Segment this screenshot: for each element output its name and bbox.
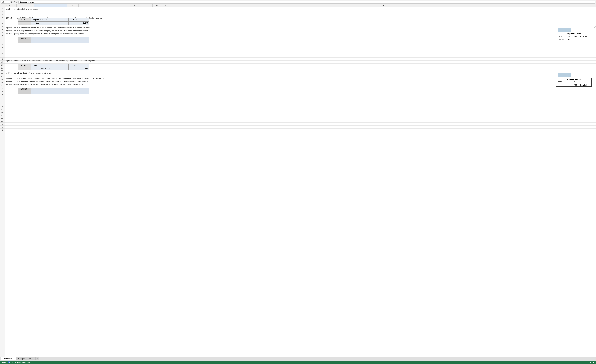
t-account-1-adj-amount: ??? bbox=[574, 36, 577, 37]
adj1-date2[interactable] bbox=[18, 40, 31, 43]
col-header-e[interactable]: E bbox=[34, 4, 67, 7]
col-header-a[interactable]: A bbox=[5, 4, 8, 7]
scenario2-adj-table: 12/31/20X1 bbox=[18, 87, 89, 94]
adj2-date[interactable]: 12/31/20X1 bbox=[18, 87, 31, 91]
adj1-account1[interactable] bbox=[31, 37, 69, 40]
journal1-credit-col1[interactable] bbox=[79, 18, 89, 22]
row-31: 31 bbox=[0, 96, 5, 99]
col-header-n[interactable]: N bbox=[161, 4, 170, 7]
journal2-credit-col[interactable] bbox=[79, 64, 89, 67]
journal1-credit-amount[interactable]: 1,200 bbox=[79, 22, 89, 25]
journal2-credit-blank[interactable] bbox=[69, 67, 79, 70]
confirm-icon[interactable]: ✓ bbox=[13, 1, 15, 3]
col-header-b[interactable]: B bbox=[8, 4, 12, 7]
col-header-i[interactable]: I bbox=[102, 4, 114, 7]
cancel-icon[interactable]: ✕ bbox=[11, 1, 13, 3]
scenario2-qc: c) What adjusting entry would be require… bbox=[6, 84, 593, 87]
journal2-date[interactable]: 12/1/20X1 bbox=[18, 64, 31, 67]
adj2-account1[interactable] bbox=[31, 87, 69, 91]
row-25: 25 bbox=[0, 78, 5, 81]
adj2-account2[interactable] bbox=[31, 91, 69, 94]
tab-introduction[interactable]: I. Introduction bbox=[0, 357, 16, 360]
cell-reference[interactable]: J31 bbox=[1, 0, 10, 4]
tab-adjusting-entries[interactable]: II. Adjusting Entries bbox=[16, 357, 36, 360]
journal1-debit-amount[interactable]: 1,200 bbox=[68, 18, 79, 22]
main-content[interactable]: Analyze each of the following scenarios.… bbox=[5, 7, 596, 357]
row-1: 1 bbox=[0, 7, 5, 10]
journal1-credit-blank[interactable] bbox=[68, 22, 79, 25]
row-14: 14 bbox=[0, 46, 5, 49]
col-header-g[interactable]: G bbox=[79, 4, 90, 7]
row-42: 42 bbox=[0, 129, 5, 131]
adj1-debit1[interactable] bbox=[69, 37, 79, 40]
journal1-date[interactable]: 11/1/20X1 bbox=[18, 18, 31, 22]
t-account-1-left: 1-Nov 1,200 End. Bal. ??? bbox=[556, 35, 572, 41]
row-36: 36 bbox=[0, 111, 5, 114]
spreadsheet-container: 1 2 3 4 5 6 7 8 9 10 11 12 13 14 15 16 1… bbox=[0, 7, 596, 357]
answer-box-2[interactable] bbox=[558, 73, 592, 77]
row-16: 16 bbox=[0, 52, 5, 55]
journal2-empty-date[interactable] bbox=[18, 67, 31, 70]
t-account-1-left-row1: 1-Nov 1,200 bbox=[558, 36, 570, 37]
col-header-m[interactable]: M bbox=[153, 4, 161, 7]
row-32: 32 bbox=[0, 99, 5, 102]
row-22: 22 bbox=[0, 69, 5, 72]
t-account-1-endbal-label: End. Bal. bbox=[558, 39, 565, 40]
journal1-empty-date[interactable] bbox=[18, 22, 31, 25]
col-header-c[interactable]: C bbox=[12, 4, 16, 7]
row-15: 15 bbox=[0, 49, 5, 52]
formula-input[interactable]: Unearned revenue bbox=[18, 0, 595, 4]
row-26: 26 bbox=[0, 81, 5, 84]
row-21: 21 bbox=[0, 66, 5, 69]
adj2-credit1[interactable] bbox=[79, 87, 89, 91]
adj1-account2[interactable] bbox=[31, 40, 69, 43]
col-header-j[interactable]: J bbox=[114, 4, 129, 7]
t-account-2-balance-row: ??? End. Bal. bbox=[574, 83, 587, 86]
journal2-debit-amount[interactable]: 3,000 bbox=[69, 64, 79, 67]
col-header-h[interactable]: H bbox=[90, 4, 102, 7]
col-header-d[interactable]: D bbox=[16, 4, 34, 7]
col-header-f[interactable]: F bbox=[67, 4, 79, 7]
scenario1-qb: b) What amount of prepaid insurance shou… bbox=[6, 30, 593, 33]
t-account-1-right: ??? 12/31 Adj. Ent. bbox=[572, 35, 589, 41]
adj2-debit1[interactable] bbox=[69, 87, 79, 91]
row-6: 6 bbox=[0, 22, 5, 25]
journal1-credit-account[interactable]: Cash bbox=[31, 22, 69, 25]
adj2-credit2[interactable] bbox=[79, 91, 89, 94]
row-40: 40 bbox=[0, 123, 5, 126]
tab-add-button[interactable]: + bbox=[36, 357, 39, 360]
adj2-debit2[interactable] bbox=[69, 91, 79, 94]
adj1-debit2[interactable] bbox=[69, 40, 79, 43]
scenario2-qb: b) What amount of unearned revenue shoul… bbox=[6, 81, 593, 84]
t-account-unearned-revenue: Unearned revenue 12/31 Adj. E - 3,000 1-… bbox=[556, 78, 592, 87]
t-account-2-left-row1: 12/31 Adj. E - bbox=[558, 81, 571, 83]
row-41: 41 bbox=[0, 126, 5, 129]
col-header-k[interactable]: K bbox=[129, 4, 141, 7]
col-header-o[interactable]: O bbox=[170, 4, 596, 7]
journal2-credit-account[interactable]: Unearned revenue bbox=[31, 67, 69, 70]
col-header-l[interactable]: L bbox=[141, 4, 153, 7]
row-33: 33 bbox=[0, 102, 5, 105]
page-layout-icon[interactable]: ▣ bbox=[593, 362, 594, 364]
column-headers: A B C D E F G H I J K L M N O bbox=[0, 4, 596, 7]
journal1-debit-account[interactable]: Prepaid insurance bbox=[31, 18, 69, 22]
adj1-date[interactable]: 12/31/20X1 bbox=[18, 37, 31, 40]
answer-box-1[interactable] bbox=[558, 28, 592, 32]
function-icon[interactable]: fx bbox=[16, 1, 17, 3]
t-account-1-adj-label: 12/31 Adj. Ent. bbox=[578, 36, 588, 37]
accessibility-status[interactable]: Accessibility: Investigate bbox=[12, 362, 30, 363]
row-18: 18 bbox=[0, 58, 5, 61]
journal2-debit-account[interactable]: Cash bbox=[31, 64, 69, 67]
t-account-2-amount-3000: 3,000 bbox=[574, 81, 578, 83]
t-account-2-adj-dash: - bbox=[570, 81, 571, 83]
scenario1-header: 1) On November 1, 20X1, ABC Company purc… bbox=[6, 17, 593, 20]
grid-view-icon[interactable]: ⊞ bbox=[590, 362, 591, 364]
adj1-credit2[interactable] bbox=[79, 40, 89, 43]
scenario1-qa: a) What amount of insurance expense shou… bbox=[6, 27, 593, 30]
t-account-2-adj-label: 12/31 Adj. E bbox=[558, 81, 567, 83]
adj2-date2[interactable] bbox=[18, 91, 31, 94]
journal2-credit-amount[interactable]: 3,000 bbox=[79, 67, 89, 70]
row-20: 20 bbox=[0, 64, 5, 66]
scenario2-header: 2) On December 1, 20X1, ABC Company rece… bbox=[6, 60, 593, 63]
adj1-credit1[interactable] bbox=[79, 37, 89, 40]
